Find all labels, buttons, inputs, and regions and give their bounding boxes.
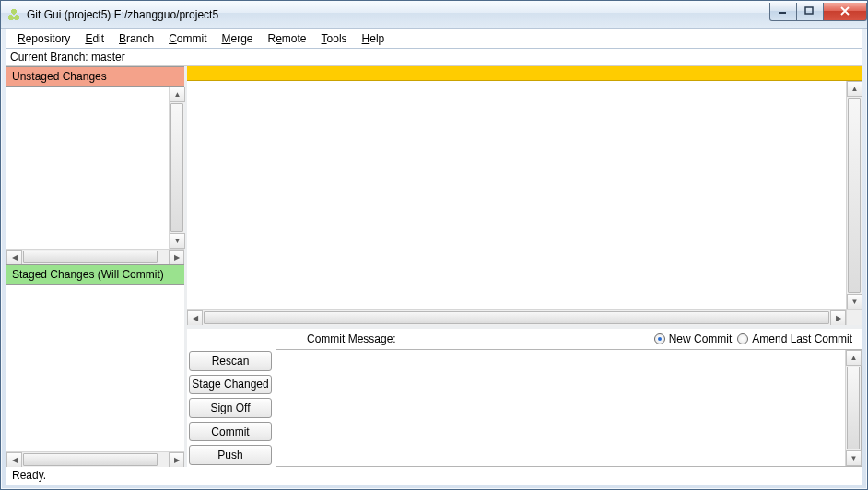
- radio-amend-label: Amend Last Commit: [752, 332, 852, 345]
- commit-message-label: Commit Message:: [307, 332, 396, 345]
- unstaged-list-body[interactable]: [6, 87, 169, 249]
- scroll-up-icon[interactable]: ▲: [170, 87, 185, 102]
- left-column: Unstaged Changes ▲ ▼ ◀ ▶ Staged Changes …: [6, 66, 187, 467]
- sign-off-button[interactable]: Sign Off: [189, 398, 272, 418]
- scroll-right-icon[interactable]: ▶: [830, 310, 846, 326]
- menu-branch[interactable]: Branch: [111, 30, 161, 47]
- unstaged-list[interactable]: ▲ ▼: [6, 87, 184, 249]
- scroll-left-icon[interactable]: ◀: [187, 310, 203, 326]
- close-button[interactable]: [823, 3, 867, 21]
- menu-merge[interactable]: Merge: [214, 30, 260, 47]
- scroll-left-icon[interactable]: ◀: [6, 452, 22, 468]
- commit-message-input[interactable]: [276, 350, 845, 466]
- scroll-down-icon[interactable]: ▼: [846, 450, 862, 466]
- scroll-right-icon[interactable]: ▶: [169, 250, 184, 265]
- radio-dot-icon: [737, 333, 748, 344]
- scroll-thumb[interactable]: [23, 251, 158, 263]
- commit-button-column: Rescan Stage Changed Sign Off Commit Pus…: [187, 349, 276, 467]
- radio-new-commit-label: New Commit: [669, 332, 733, 345]
- staged-hscroll[interactable]: ◀ ▶: [6, 451, 184, 467]
- svg-rect-1: [805, 7, 813, 14]
- unstaged-hscroll[interactable]: ◀ ▶: [6, 249, 184, 264]
- maximize-icon: [804, 6, 815, 16]
- unstaged-vscroll[interactable]: ▲ ▼: [169, 87, 184, 249]
- scroll-thumb[interactable]: [204, 311, 829, 324]
- client-area: Current Branch: master Unstaged Changes …: [6, 49, 862, 467]
- rescan-button[interactable]: Rescan: [189, 351, 272, 371]
- commit-button[interactable]: Commit: [189, 422, 272, 442]
- current-branch-label: Current Branch: master: [6, 49, 862, 66]
- window-frame: Git Gui (project5) E:/zhangguo/project5 …: [0, 0, 868, 490]
- maximize-button[interactable]: [796, 3, 824, 21]
- diff-body[interactable]: [187, 81, 846, 309]
- commit-message-wrap: ▲ ▼: [276, 349, 862, 467]
- svg-rect-0: [779, 12, 786, 14]
- diff-header[interactable]: [187, 66, 862, 81]
- radio-new-commit[interactable]: New Commit: [654, 332, 733, 345]
- scroll-left-icon[interactable]: ◀: [6, 250, 22, 265]
- diff-hscroll[interactable]: ◀ ▶: [187, 309, 862, 325]
- window-title: Git Gui (project5) E:/zhangguo/project5: [27, 8, 765, 21]
- commit-section: Commit Message: New Commit Amend Last Co…: [187, 329, 862, 467]
- app-icon: [6, 7, 21, 22]
- title-bar[interactable]: Git Gui (project5) E:/zhangguo/project5: [1, 1, 867, 29]
- menu-tools[interactable]: Tools: [314, 30, 355, 47]
- scroll-up-icon[interactable]: ▲: [846, 350, 862, 366]
- menu-remote[interactable]: Remote: [261, 30, 314, 47]
- radio-dot-icon: [654, 333, 665, 344]
- commit-body: Rescan Stage Changed Sign Off Commit Pus…: [187, 349, 862, 467]
- scroll-track[interactable]: [203, 310, 830, 325]
- staged-list[interactable]: [6, 285, 184, 451]
- minimize-icon: [778, 6, 789, 16]
- minimize-button[interactable]: [769, 3, 797, 21]
- scroll-track[interactable]: [22, 452, 169, 467]
- scroll-thumb[interactable]: [23, 453, 158, 466]
- scroll-thumb[interactable]: [170, 103, 183, 232]
- push-button[interactable]: Push: [189, 445, 272, 465]
- staged-header[interactable]: Staged Changes (Will Commit): [6, 264, 184, 285]
- scroll-track[interactable]: [847, 97, 862, 294]
- menu-edit[interactable]: Edit: [77, 30, 111, 47]
- commit-message-vscroll[interactable]: ▲ ▼: [845, 350, 861, 466]
- scroll-track[interactable]: [22, 250, 169, 264]
- scroll-down-icon[interactable]: ▼: [170, 233, 185, 249]
- window-buttons: [770, 3, 867, 21]
- diff-vscroll[interactable]: ▲ ▼: [846, 81, 862, 309]
- right-column: ▲ ▼ ◀ ▶ Commit Message:: [187, 66, 862, 467]
- stage-changed-button[interactable]: Stage Changed: [189, 375, 272, 395]
- scroll-thumb[interactable]: [847, 367, 860, 449]
- work-area: Unstaged Changes ▲ ▼ ◀ ▶ Staged Changes …: [6, 66, 862, 467]
- staged-list-body[interactable]: [6, 285, 184, 451]
- status-bar: Ready.: [6, 467, 862, 485]
- scroll-corner: [846, 310, 862, 325]
- scroll-up-icon[interactable]: ▲: [847, 81, 862, 97]
- scroll-thumb[interactable]: [848, 98, 861, 293]
- menu-repository[interactable]: Repository: [10, 30, 77, 47]
- menu-help[interactable]: Help: [355, 30, 393, 47]
- scroll-down-icon[interactable]: ▼: [847, 294, 862, 309]
- scroll-right-icon[interactable]: ▶: [169, 452, 184, 468]
- unstaged-header[interactable]: Unstaged Changes: [6, 66, 184, 87]
- scroll-track[interactable]: [170, 102, 184, 233]
- radio-amend-last-commit[interactable]: Amend Last Commit: [737, 332, 852, 345]
- commit-top-row: Commit Message: New Commit Amend Last Co…: [187, 329, 862, 349]
- close-icon: [839, 6, 850, 16]
- menu-bar: Repository Edit Branch Commit Merge Remo…: [6, 29, 862, 49]
- diff-pane: ▲ ▼: [187, 81, 862, 309]
- menu-commit[interactable]: Commit: [161, 30, 214, 47]
- scroll-track[interactable]: [846, 366, 861, 450]
